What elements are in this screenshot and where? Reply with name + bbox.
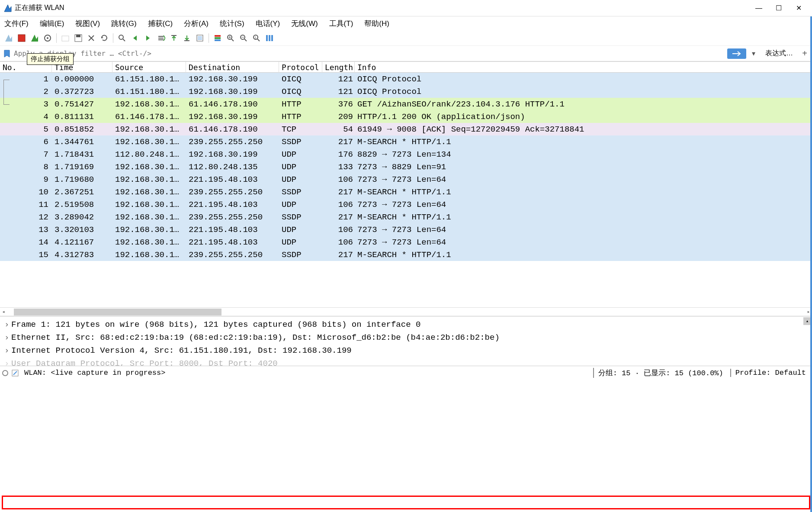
cell-length: 121	[322, 74, 355, 85]
column-source[interactable]: Source	[112, 62, 186, 73]
cell-source: 192.168.30.1…	[112, 174, 186, 185]
expand-icon[interactable]: ›	[4, 318, 11, 331]
menu-file[interactable]: 文件(F)	[2, 18, 31, 29]
close-file-button[interactable]	[85, 32, 97, 44]
cell-protocol: UDP	[279, 174, 322, 185]
packet-details-pane[interactable]: ▴ ›Frame 1: 121 bytes on wire (968 bits)…	[0, 316, 812, 366]
packet-row[interactable]: 50.851852192.168.30.1…61.146.178.190TCP5…	[0, 123, 812, 135]
menu-stats[interactable]: 统计(S)	[217, 18, 247, 29]
save-file-button[interactable]	[72, 32, 84, 44]
go-forward-button[interactable]	[142, 32, 154, 44]
menu-tools[interactable]: 工具(T)	[327, 18, 356, 29]
column-info[interactable]: Info	[355, 62, 812, 73]
restart-capture-button[interactable]	[29, 32, 41, 44]
svg-rect-11	[215, 35, 221, 37]
menu-telephony[interactable]: 电话(Y)	[253, 18, 283, 29]
expand-icon[interactable]: ›	[4, 357, 11, 366]
column-header-row: No. Time Source Destination Protocol Len…	[0, 61, 812, 73]
packet-row[interactable]: 112.519508192.168.30.1…221.195.48.103UDP…	[0, 198, 812, 211]
reload-button[interactable]	[98, 32, 110, 44]
cell-no: 13	[0, 224, 52, 235]
packet-row[interactable]: 154.312783192.168.30.1…239.255.255.250SS…	[0, 248, 812, 261]
find-button[interactable]	[116, 32, 128, 44]
packet-row[interactable]: 61.344761192.168.30.1…239.255.255.250SSD…	[0, 135, 812, 148]
packet-row[interactable]: 102.367251192.168.30.1…239.255.255.250SS…	[0, 186, 812, 198]
status-profile[interactable]: Profile: Default	[730, 369, 810, 377]
packet-row[interactable]: 71.718431112.80.248.1…192.168.30.199UDP1…	[0, 148, 812, 161]
maximize-button[interactable]: ☐	[769, 1, 789, 15]
filter-dropdown-icon[interactable]: ▾	[749, 49, 758, 58]
cell-source: 61.151.180.1…	[112, 86, 186, 97]
go-last-button[interactable]	[181, 32, 193, 44]
cell-time: 3.320103	[52, 224, 112, 235]
stop-capture-button[interactable]	[16, 32, 28, 44]
scroll-left-icon[interactable]: ◂	[0, 309, 7, 315]
cell-length: 121	[322, 86, 355, 97]
highlight-annotation	[2, 496, 810, 509]
auto-scroll-button[interactable]	[194, 32, 206, 44]
cell-no: 5	[0, 124, 52, 135]
packet-row[interactable]: 91.719680192.168.30.1…221.195.48.103UDP1…	[0, 173, 812, 186]
menu-go[interactable]: 跳转(G)	[109, 18, 139, 29]
go-to-packet-button[interactable]	[155, 32, 167, 44]
packet-row[interactable]: 133.320103192.168.30.1…221.195.48.103UDP…	[0, 223, 812, 236]
status-bar: WLAN: <live capture in progress> 分组: 15 …	[0, 366, 812, 380]
capture-options-button[interactable]	[42, 32, 54, 44]
packet-row[interactable]: 144.121167192.168.30.1…221.195.48.103UDP…	[0, 236, 812, 248]
display-filter-input[interactable]	[14, 49, 725, 58]
menu-wireless[interactable]: 无线(W)	[289, 18, 320, 29]
expand-icon[interactable]: ›	[4, 344, 11, 357]
filter-bar: ▾ 表达式… +	[0, 46, 812, 61]
zoom-in-button[interactable]	[225, 32, 237, 44]
cell-destination: 239.255.255.250	[186, 187, 279, 198]
expand-icon[interactable]: ›	[4, 331, 11, 344]
svg-rect-13	[215, 39, 221, 41]
cell-no: 8	[0, 161, 52, 173]
packet-row[interactable]: 10.00000061.151.180.1…192.168.30.199OICQ…	[0, 73, 812, 85]
zoom-reset-button[interactable]: 1	[250, 32, 263, 44]
expression-button[interactable]: 表达式…	[761, 49, 797, 58]
start-capture-button[interactable]	[3, 32, 15, 44]
packet-row[interactable]: 123.289042192.168.30.1…239.255.255.250SS…	[0, 211, 812, 223]
menu-help[interactable]: 帮助(H)	[362, 18, 392, 29]
open-file-button[interactable]	[59, 32, 71, 44]
packet-row[interactable]: 20.37272361.151.180.1…192.168.30.199OICQ…	[0, 85, 812, 98]
svg-rect-3	[62, 36, 69, 41]
cell-no: 15	[0, 249, 52, 261]
cell-source: 192.168.30.1…	[112, 249, 186, 261]
close-button[interactable]: ✕	[789, 1, 809, 15]
status-interface: WLAN: <live capture in progress>	[22, 369, 165, 377]
horizontal-scrollbar[interactable]: ◂ ▸	[0, 307, 812, 316]
column-protocol[interactable]: Protocol	[279, 62, 322, 73]
zoom-out-button[interactable]	[238, 32, 250, 44]
svg-line-15	[231, 39, 234, 41]
packet-list[interactable]: 10.00000061.151.180.1…192.168.30.199OICQ…	[0, 73, 812, 307]
window-title: 正在捕获 WLAN	[15, 3, 749, 13]
cell-destination: 192.168.30.199	[186, 149, 279, 160]
go-back-button[interactable]	[129, 32, 141, 44]
colorize-button[interactable]	[212, 32, 224, 44]
go-first-button[interactable]	[168, 32, 180, 44]
menu-analyze[interactable]: 分析(A)	[181, 18, 211, 29]
cell-destination: 239.255.255.250	[186, 212, 279, 223]
packet-row[interactable]: 81.719169192.168.30.1…112.80.248.135UDP1…	[0, 161, 812, 173]
menu-view[interactable]: 视图(V)	[73, 18, 103, 29]
packet-row[interactable]: 30.751427192.168.30.1…61.146.178.190HTTP…	[0, 98, 812, 110]
add-filter-button[interactable]: +	[800, 48, 809, 58]
resize-columns-button[interactable]	[263, 32, 276, 44]
bookmark-icon[interactable]	[3, 49, 11, 58]
cell-source: 112.80.248.1…	[112, 149, 186, 160]
menu-capture[interactable]: 捕获(C)	[145, 18, 176, 29]
svg-rect-23	[271, 35, 273, 41]
apply-filter-button[interactable]	[727, 48, 746, 59]
column-destination[interactable]: Destination	[186, 62, 279, 73]
expert-info-icon[interactable]	[11, 369, 19, 377]
packet-row[interactable]: 40.81113161.146.178.1…192.168.30.199HTTP…	[0, 110, 812, 123]
scroll-thumb[interactable]	[14, 309, 221, 316]
cell-destination: 239.255.255.250	[186, 136, 279, 148]
column-length[interactable]: Length	[322, 62, 355, 73]
right-edge-strip	[810, 16, 812, 512]
minimize-button[interactable]: —	[749, 1, 769, 15]
cell-length: 54	[322, 124, 355, 135]
menu-edit[interactable]: 编辑(E)	[37, 18, 67, 29]
